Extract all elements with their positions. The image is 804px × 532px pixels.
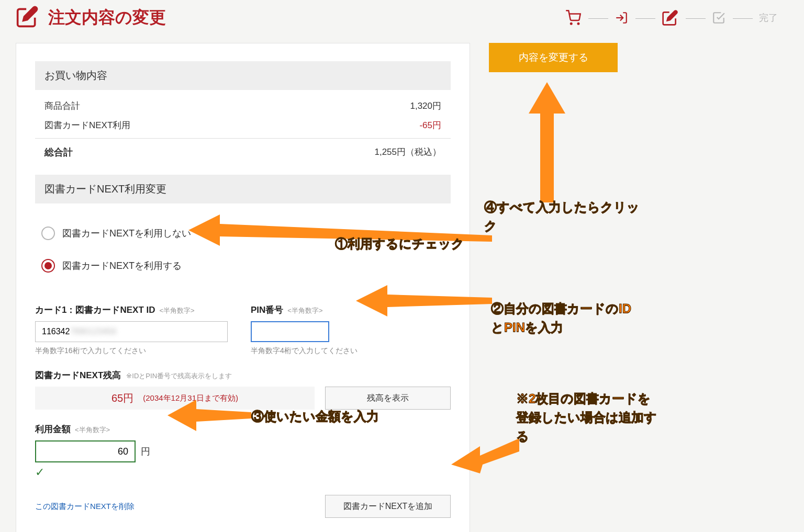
half-num-hint: <半角数字> (160, 306, 195, 315)
option-dont-use[interactable]: 図書カードNEXTを利用しない (41, 217, 444, 250)
balance-hint: ※IDとPIN番号で残高表示をします (126, 371, 232, 381)
checkmark-icon: ✓ (35, 466, 451, 479)
option-off-label: 図書カードNEXTを利用しない (62, 227, 191, 240)
subtotal-label: 商品合計 (44, 100, 80, 112)
use-amount-input[interactable] (35, 440, 136, 462)
card-id-sub: 半角数字16桁で入力してください (35, 346, 228, 356)
yen-unit: 円 (141, 445, 150, 458)
step-sep: ——— (733, 14, 752, 22)
subtotal-row: 商品合計 1,320円 (35, 96, 451, 116)
subtotal-value: 1,320円 (410, 100, 441, 112)
total-label: 総合計 (44, 146, 73, 159)
step-final-label: 完了 (759, 12, 778, 24)
balance-expires: (2034年12月31日まで有効) (143, 393, 238, 403)
option-on-label: 図書カードNEXTを利用する (62, 259, 182, 272)
login-icon (615, 11, 628, 25)
total-row: 総合計 1,255円（税込） (35, 138, 451, 162)
svg-point-0 (571, 23, 572, 25)
half-num-hint: <半角数字> (75, 425, 110, 435)
svg-point-1 (578, 23, 579, 25)
card-id-value-visible: 116342 (42, 327, 70, 336)
use-amount-label: 利用金額 (35, 423, 71, 435)
option-use[interactable]: 図書カードNEXTを利用する (41, 250, 444, 282)
balance-label: 図書カードNEXT残高 (35, 369, 121, 381)
radio-on-icon[interactable] (41, 259, 55, 273)
pin-label: PIN番号 (251, 304, 283, 316)
delete-card-link[interactable]: この図書カードNEXTを削除 (35, 502, 135, 512)
discount-row: 図書カードNEXT利用 -65円 (35, 116, 451, 135)
pin-sub: 半角数字4桁で入力してください (251, 346, 371, 356)
show-balance-button[interactable]: 残高を表示 (325, 387, 451, 410)
total-value: 1,255円（税込） (374, 146, 441, 159)
step-sep: ——— (588, 14, 607, 22)
half-num-hint: <半角数字> (287, 306, 322, 315)
progress-steps: ——— ——— ——— ——— 完了 (565, 9, 778, 26)
card-id-label: カード1：図書カードNEXT ID (35, 304, 155, 316)
card-id-input[interactable]: 1163427890123456 (35, 321, 228, 342)
page-title: 注文内容の変更 (48, 6, 166, 29)
cart-icon (565, 10, 581, 26)
edit-icon (16, 5, 39, 30)
next-section-head: 図書カードNEXT利用変更 (35, 175, 451, 203)
pin-input[interactable] (251, 321, 329, 342)
add-card-button[interactable]: 図書カードNEXTを追加 (325, 495, 451, 518)
balance-amount: 65円 (111, 391, 133, 405)
cart-section-head: お買い物内容 (35, 61, 451, 90)
radio-off-icon[interactable] (41, 227, 55, 240)
discount-label: 図書カードNEXT利用 (44, 119, 130, 131)
confirm-step-icon (712, 11, 725, 25)
balance-display: 65円 (2034年12月31日まで有効) (35, 387, 315, 410)
card-id-redacted: 7890123456 (70, 327, 116, 336)
discount-value: -65円 (419, 119, 441, 131)
step-sep: ——— (686, 14, 705, 22)
step-sep: ——— (635, 14, 654, 22)
submit-button[interactable]: 内容を変更する (489, 43, 618, 72)
order-panel: お買い物内容 商品合計 1,320円 図書カードNEXT利用 -65円 総合計 … (16, 43, 470, 532)
edit-step-icon (662, 9, 678, 26)
